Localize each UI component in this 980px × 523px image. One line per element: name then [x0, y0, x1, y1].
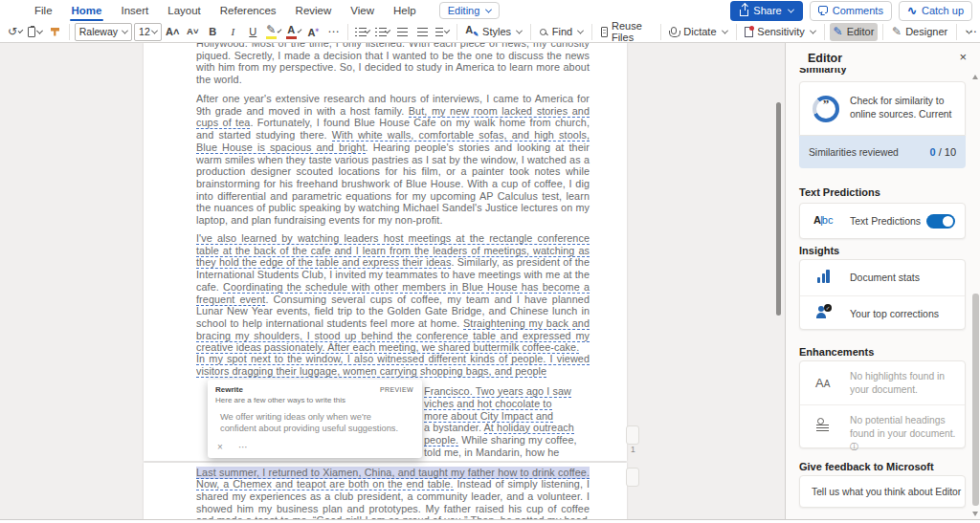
- bullet-list-icon: [355, 28, 364, 36]
- decrease-indent-button[interactable]: [393, 23, 412, 41]
- tab-references[interactable]: References: [211, 2, 286, 19]
- catch-up-button[interactable]: ∿ Catch up: [899, 1, 972, 21]
- document-line-fragment[interactable]: viches and hot chocolate to: [424, 398, 589, 410]
- ribbon: File Home Insert Layout References Revie…: [0, 0, 980, 43]
- document-line-fragment[interactable]: more about City Impact and: [424, 410, 589, 423]
- find-label: Find: [552, 26, 572, 37]
- document-scrollbar-thumb[interactable]: [776, 102, 781, 316]
- document-line-fragment[interactable]: people. While sharing my coffee,: [424, 434, 589, 447]
- editor-button[interactable]: ✎ Editor: [830, 23, 879, 41]
- share-button[interactable]: Share: [730, 1, 802, 21]
- numbered-list-button[interactable]: [373, 23, 391, 41]
- document-stats-label: Document stats: [850, 272, 920, 283]
- tab-insert[interactable]: Insert: [111, 2, 158, 19]
- share-label: Share: [753, 5, 781, 16]
- margin-marker-top[interactable]: [626, 425, 639, 445]
- heading-marker-icon: [816, 418, 830, 431]
- increase-indent-button[interactable]: [413, 23, 432, 41]
- top-corrections-item[interactable]: ✓ Your top corrections: [800, 295, 965, 331]
- panel-scroll-up-arrow[interactable]: [972, 75, 978, 79]
- highlight-color-button[interactable]: ✎: [264, 23, 282, 41]
- grow-font-button[interactable]: A˄: [164, 23, 182, 41]
- bar-chart-icon: [817, 270, 830, 283]
- rewrite-popup-message: We offer writing ideas only when we're c…: [220, 411, 407, 434]
- alignment-button[interactable]: [434, 23, 452, 41]
- document-text-run: At holiday outreach: [484, 422, 574, 434]
- tab-view[interactable]: View: [341, 2, 384, 19]
- alignment-icon: [435, 28, 444, 36]
- text-effects-button[interactable]: A⁎: [304, 23, 323, 41]
- tab-help[interactable]: Help: [384, 2, 426, 19]
- info-icon[interactable]: ⓘ: [850, 442, 858, 451]
- font-color-button[interactable]: A: [284, 23, 302, 41]
- document-canvas[interactable]: Hollywood. Most of the time, I only list…: [0, 43, 785, 519]
- font-name-value: Raleway: [79, 26, 118, 37]
- more-options-icon[interactable]: ⋯: [238, 443, 248, 452]
- paste-button[interactable]: [26, 23, 44, 41]
- document-paragraph[interactable]: Last summer, I returned to Xiamen, China…: [196, 467, 590, 520]
- document-paragraph[interactable]: Hollywood. Most of the time, I only list…: [196, 43, 590, 86]
- underline-button[interactable]: U: [244, 23, 262, 41]
- feedback-button[interactable]: Tell us what you think about Editor: [799, 475, 966, 508]
- similarity-check-card[interactable]: ” Check for similarity to online sources…: [799, 81, 966, 136]
- comments-button[interactable]: Comments: [810, 1, 892, 21]
- insights-card-group: Document stats ✓ Your top corrections: [799, 259, 966, 330]
- tab-file[interactable]: File: [25, 2, 62, 19]
- feedback-button-label: Tell us what you think about Editor: [812, 487, 961, 497]
- margin-marker-bottom[interactable]: [626, 468, 639, 487]
- dictate-button[interactable]: Dictate: [665, 23, 730, 41]
- status-bar: [0, 519, 980, 523]
- document-paragraph[interactable]: I've also learned by watching leaders ho…: [196, 232, 590, 354]
- designer-button[interactable]: ✎ Designer: [888, 23, 951, 41]
- rewrite-preview-label: PREVIEW: [380, 386, 413, 393]
- document-paragraph[interactable]: After one year's extensive research and …: [196, 93, 590, 227]
- headings-item[interactable]: No potential headings found in your docu…: [800, 404, 965, 447]
- panel-scrollbar-thumb[interactable]: [972, 294, 979, 506]
- sensitivity-button[interactable]: Sensitivity: [741, 23, 819, 41]
- reuse-files-button[interactable]: Reuse Files: [597, 23, 656, 41]
- undo-button[interactable]: ↺: [6, 23, 24, 41]
- styles-button[interactable]: A✎ Styles: [461, 23, 525, 41]
- document-text-run: While sharing my coffee,: [458, 434, 577, 446]
- document-text-run: Last summer, I returned to Xiamen, China…: [196, 467, 590, 479]
- document-stats-item[interactable]: Document stats: [800, 260, 965, 295]
- divider: [736, 24, 737, 40]
- catch-up-icon: ∿: [907, 5, 917, 16]
- more-font-options-button[interactable]: ⋯: [324, 23, 343, 41]
- close-icon[interactable]: ×: [217, 443, 223, 452]
- document-line-fragment[interactable]: Francisco. Two years ago I saw: [424, 385, 589, 398]
- bullet-list-button[interactable]: [353, 23, 371, 41]
- close-icon[interactable]: ×: [959, 50, 967, 64]
- tab-layout[interactable]: Layout: [158, 2, 211, 19]
- increase-indent-icon: [417, 28, 428, 36]
- font-name-combobox[interactable]: Raleway: [75, 23, 132, 41]
- format-painter-button[interactable]: [46, 23, 64, 41]
- document-line-fragment[interactable]: a bystander. At holiday outreach: [424, 422, 589, 434]
- editor-pen-icon: ✎: [834, 26, 843, 37]
- document-line-fragment[interactable]: told me, in Mandarin, how he: [424, 447, 589, 459]
- bold-button[interactable]: B: [204, 23, 222, 41]
- similarities-reviewed-row[interactable]: Similarities reviewed 0 / 10: [799, 136, 966, 168]
- undo-icon: ↺: [8, 26, 17, 37]
- find-button[interactable]: Find: [536, 23, 587, 41]
- panel-scroll-down-arrow[interactable]: [972, 512, 978, 516]
- text-predictions-label: Text Predictions: [850, 215, 921, 227]
- document-paragraph[interactable]: In my spot next to the window, I also wi…: [196, 353, 590, 379]
- editing-mode-dropdown[interactable]: Editing: [439, 2, 501, 19]
- tab-review[interactable]: Review: [286, 2, 342, 19]
- ribbon-tab-row: File Home Insert Layout References Revie…: [0, 0, 980, 21]
- shrink-font-button[interactable]: A˅: [184, 23, 202, 41]
- document-text-run: Francisco. Two years ago I saw: [424, 385, 571, 398]
- document-page-2[interactable]: Last summer, I returned to Xiamen, China…: [144, 463, 627, 520]
- numbered-list-icon: [375, 28, 384, 36]
- comment-icon: [818, 6, 828, 13]
- similarity-check-text: Check for similarity to online sources. …: [850, 95, 961, 120]
- text-predictions-toggle[interactable]: [926, 214, 955, 229]
- highlighter-icon: ✎: [266, 24, 277, 39]
- highlights-item[interactable]: AA No highlights found in your document.: [800, 361, 965, 404]
- italic-button[interactable]: I: [224, 23, 242, 41]
- font-size-combobox[interactable]: 12: [134, 23, 162, 41]
- divider: [69, 24, 70, 40]
- divider: [530, 24, 531, 40]
- tab-home[interactable]: Home: [62, 2, 112, 19]
